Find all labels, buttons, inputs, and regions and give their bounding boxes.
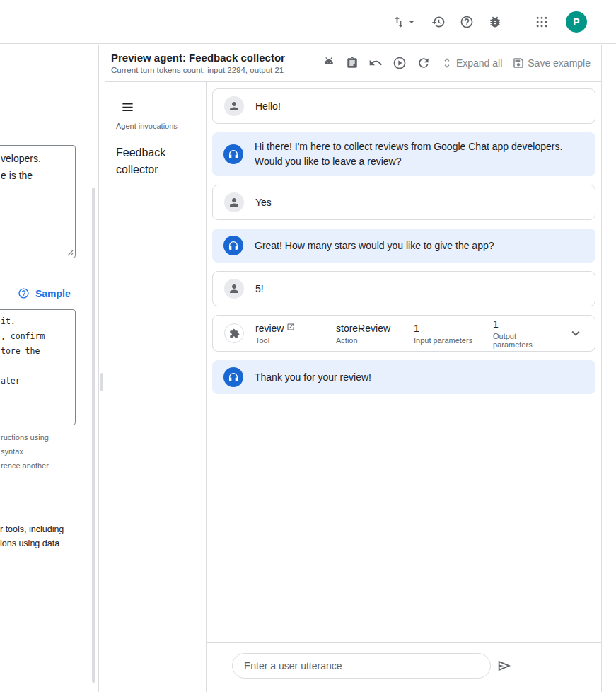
tool-name-link[interactable]: review	[255, 323, 325, 334]
agent-headset-icon	[223, 144, 243, 164]
preview-title: Preview agent: Feedback collector	[111, 52, 285, 64]
send-button[interactable]	[496, 658, 512, 674]
save-example-button[interactable]: Save example	[512, 57, 591, 69]
chat-message-agent: Great! How many stars would you like to …	[212, 229, 595, 263]
chat-message-user: 5!	[212, 271, 595, 306]
tool-input-label: Input parameters	[414, 336, 482, 345]
panel-divider	[0, 110, 98, 110]
chevron-down-icon	[568, 325, 583, 341]
help-circle-icon	[18, 287, 30, 299]
bug-report-button[interactable]	[488, 15, 502, 29]
user-avatar-icon	[224, 279, 244, 299]
resize-grip-icon[interactable]	[66, 249, 74, 256]
help-icon	[460, 15, 474, 29]
hamburger-icon	[121, 100, 134, 114]
chat-message-agent: Thank you for your review!	[212, 360, 595, 394]
gutter-scrollbar[interactable]	[100, 373, 103, 391]
tool-action: storeReview	[336, 323, 402, 334]
code-line: tore the	[1, 344, 69, 359]
tool-invocation-row: review Tool storeReview Action 1 Inp	[212, 315, 595, 352]
tool-action-label: Action	[336, 336, 402, 345]
chat-message-agent: Hi there! I'm here to collect reviews fr…	[212, 132, 595, 176]
goal-textarea[interactable]: velopers. e is the	[0, 145, 76, 258]
agent-invocations-label: Agent invocations	[116, 122, 178, 130]
run-button[interactable]	[393, 56, 407, 70]
bug-report-icon	[488, 15, 502, 29]
save-example-label: Save example	[528, 57, 591, 69]
utterance-input[interactable]	[232, 653, 491, 679]
code-line: ater	[1, 374, 69, 388]
tool-expand-button[interactable]	[568, 325, 583, 341]
user-avatar-icon	[224, 192, 244, 212]
sample-link[interactable]: Sample	[18, 287, 71, 299]
message-text: Yes	[255, 195, 272, 210]
account-avatar[interactable]: P	[566, 11, 587, 33]
unfold-more-icon	[441, 57, 453, 69]
message-text: Hi there! I'm here to collect reviews fr…	[255, 139, 584, 169]
dropdown-caret-icon	[406, 16, 417, 28]
chat-message-user: Yes	[212, 185, 595, 220]
tool-type-label: Tool	[255, 336, 325, 345]
undo-button[interactable]	[368, 56, 383, 70]
tools-section-text: r tools, including ions using data	[0, 522, 64, 550]
history-icon	[431, 15, 446, 29]
token-sort-button[interactable]	[392, 15, 417, 29]
code-line	[1, 359, 69, 374]
agent-headset-icon	[223, 236, 243, 255]
agent-headset-icon	[223, 367, 243, 387]
android-icon	[322, 56, 336, 70]
preview-toolbar: Expand all Save example	[322, 56, 591, 70]
agent-settings-panel: velopers. e is the Sample it. , confirm …	[0, 45, 99, 692]
textarea-line: velopers.	[1, 150, 69, 167]
conversation-panel: Hello! Hi there! I'm here to collect rev…	[206, 82, 601, 692]
textarea-line: e is the	[1, 167, 69, 184]
tool-name: review	[255, 323, 284, 334]
restart-button[interactable]	[417, 56, 431, 70]
chat-transcript: Hello! Hi there! I'm here to collect rev…	[207, 82, 601, 642]
expand-all-label: Expand all	[456, 57, 502, 69]
code-line: it.	[1, 314, 69, 329]
preview-region: Preview agent: Feedback collector Curren…	[105, 45, 602, 692]
history-button[interactable]	[431, 15, 446, 29]
instructions-helper-text: ructions using syntax rence another	[1, 430, 49, 473]
preview-titles: Preview agent: Feedback collector Curren…	[111, 52, 285, 74]
left-panel-scrollbar[interactable]	[92, 188, 95, 683]
tool-input-count: 1	[414, 323, 482, 334]
message-text: Hello!	[255, 99, 281, 114]
top-app-bar: P	[0, 0, 616, 44]
user-avatar-icon	[224, 96, 244, 116]
copy-transcript-button[interactable]	[346, 57, 359, 69]
refresh-icon	[417, 56, 431, 70]
undo-icon	[368, 56, 383, 70]
code-line: , confirm	[1, 329, 69, 344]
composer-bar	[207, 642, 601, 692]
tool-output-label: Output parameters	[493, 332, 557, 349]
instructions-textarea[interactable]: it. , confirm tore the ater	[0, 309, 76, 425]
clipboard-icon	[346, 57, 359, 69]
agent-invocations-nav: Agent invocations Feedback collector	[105, 82, 206, 692]
nav-item-feedback-collector[interactable]: Feedback collector	[116, 144, 190, 178]
open-in-new-icon	[286, 323, 295, 331]
sample-link-label: Sample	[35, 288, 71, 299]
message-text: Great! How many stars would you like to …	[255, 238, 494, 253]
play-circle-icon	[393, 56, 407, 70]
android-agent-button[interactable]	[322, 56, 336, 70]
save-icon	[512, 57, 525, 69]
preview-header: Preview agent: Feedback collector Curren…	[105, 45, 601, 82]
tool-output-count: 1	[493, 318, 557, 330]
apps-grid-button[interactable]	[535, 15, 549, 29]
send-icon	[496, 658, 512, 674]
menu-button[interactable]	[121, 100, 134, 114]
chat-message-user: Hello!	[212, 88, 595, 124]
help-button[interactable]	[460, 15, 474, 29]
apps-grid-icon	[535, 15, 549, 29]
tool-icon	[224, 323, 244, 343]
token-count-subtitle: Current turn tokens count: input 2294, o…	[111, 66, 285, 74]
expand-all-button[interactable]: Expand all	[441, 57, 502, 69]
message-text: Thank you for your review!	[255, 370, 371, 385]
swap-vertical-icon	[392, 15, 406, 29]
message-text: 5!	[255, 282, 264, 296]
